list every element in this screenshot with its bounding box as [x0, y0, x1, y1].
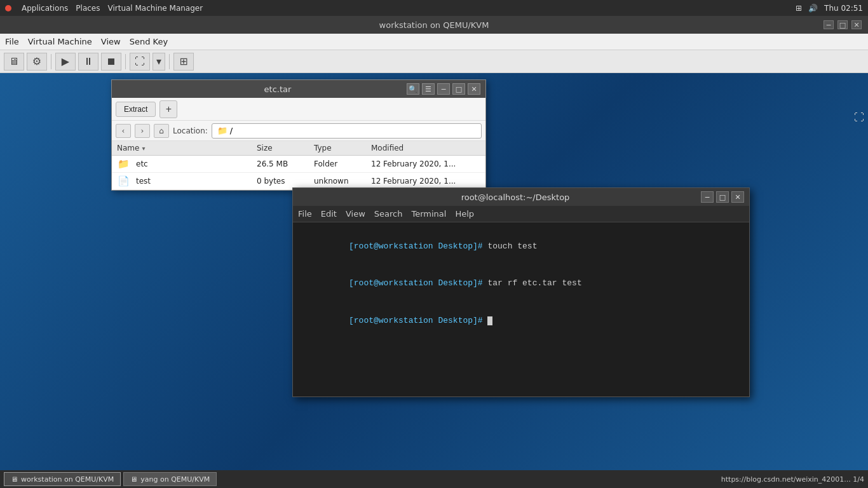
col-size-header[interactable]: Size [257, 144, 314, 152]
terminal-line-3: [root@workstation Desktop]# [299, 302, 743, 339]
terminal-menu-bar: File Edit View Search Terminal Help [293, 206, 749, 222]
col-name-header[interactable]: Name ▾ [117, 144, 257, 152]
terminal-window-controls: − □ ✕ [701, 191, 744, 203]
toolbar-fullscreen-btn[interactable]: ⛶ [130, 53, 150, 71]
archive-title-bar: etc.tar 🔍 ☰ − □ ✕ [112, 80, 485, 98]
file-modified: 12 February 2020, 1... [371, 159, 480, 168]
taskbar: 🖥 workstation on QEMU/KVM 🖥 yang on QEMU… [0, 470, 868, 488]
path-text: / [230, 126, 233, 135]
qemu-menu-file[interactable]: File [5, 37, 19, 46]
terminal-menu-terminal[interactable]: Terminal [411, 209, 446, 219]
vm-manager-menu[interactable]: Virtual Machine Manager [107, 4, 203, 13]
toolbar-separator-3 [169, 54, 170, 69]
archive-minimize-btn[interactable]: − [437, 83, 450, 95]
archive-file-list: 📁 etc 26.5 MB Folder 12 February 2020, 1… [112, 156, 485, 190]
toolbar-play-btn[interactable]: ▶ [55, 53, 76, 71]
extract-button[interactable]: Extract [116, 102, 156, 117]
qemu-close-btn[interactable]: ✕ [851, 20, 862, 29]
location-path[interactable]: 📁 / [212, 123, 482, 139]
system-bar: Applications Places Virtual Machine Mana… [0, 0, 868, 16]
terminal-content[interactable]: [root@workstation Desktop]# touch test [… [293, 222, 749, 396]
archive-search-btn[interactable]: 🔍 [407, 83, 419, 95]
qemu-minimize-btn[interactable]: − [824, 20, 834, 29]
file-size: 0 bytes [257, 177, 314, 186]
forward-button[interactable]: › [135, 124, 150, 138]
home-button[interactable]: ⌂ [154, 124, 169, 138]
archive-toolbar: Extract + [112, 98, 485, 121]
toolbar-usb-btn[interactable]: ⊞ [173, 53, 194, 71]
file-type: unknown [314, 177, 371, 186]
qemu-maximize-btn[interactable]: □ [837, 20, 848, 29]
toolbar-separator-2 [125, 54, 126, 69]
toolbar-screen-btn[interactable]: 🖥 [4, 53, 24, 71]
system-logo [5, 5, 11, 11]
archive-location-bar: ‹ › ⌂ Location: 📁 / [112, 121, 485, 141]
terminal-cursor [487, 316, 492, 325]
archive-window-controls: 🔍 ☰ − □ ✕ [407, 83, 480, 95]
qemu-desktop: etc.tar 🔍 ☰ − □ ✕ Extract + ‹ › ⌂ Locati… [0, 73, 868, 488]
back-button[interactable]: ‹ [116, 124, 131, 138]
taskbar-item-workstation[interactable]: 🖥 workstation on QEMU/KVM [4, 472, 121, 486]
taskbar-item-2-label: yang on QEMU/KVM [140, 475, 210, 484]
qemu-menu-sendkey[interactable]: Send Key [130, 37, 168, 46]
file-icon: 📄 [117, 175, 130, 187]
places-menu[interactable]: Places [76, 4, 100, 13]
terminal-line-2: [root@workstation Desktop]# tar rf etc.t… [299, 265, 743, 302]
file-modified: 12 February 2020, 1... [371, 177, 480, 186]
location-label: Location: [173, 126, 208, 135]
file-name: etc [136, 159, 148, 168]
qemu-window-title: workstation on QEMU/KVM [44, 20, 824, 30]
archive-row[interactable]: 📁 etc 26.5 MB Folder 12 February 2020, 1… [112, 156, 485, 173]
file-name: test [136, 177, 151, 186]
file-icon: 📁 [117, 158, 130, 170]
taskbar-item-yang[interactable]: 🖥 yang on QEMU/KVM [123, 472, 217, 486]
network-icon: ⊞ [796, 4, 802, 13]
archive-close-btn[interactable]: ✕ [468, 83, 480, 95]
terminal-menu-file[interactable]: File [298, 209, 312, 219]
archive-menu-btn[interactable]: ☰ [422, 83, 435, 95]
system-bar-right: ⊞ 🔊 Thu 02:51 [796, 4, 863, 13]
taskbar-item-1-icon: 🖥 [11, 475, 18, 484]
qemu-title-bar: workstation on QEMU/KVM − □ ✕ [0, 16, 868, 34]
terminal-close-btn[interactable]: ✕ [731, 191, 744, 203]
terminal-menu-edit[interactable]: Edit [321, 209, 337, 219]
toolbar-stop-btn[interactable]: ⏹ [101, 53, 121, 71]
file-size: 26.5 MB [257, 159, 314, 168]
terminal-maximize-btn[interactable]: □ [716, 191, 729, 203]
system-bar-left: Applications Places Virtual Machine Mana… [5, 4, 203, 13]
taskbar-url: https://blog.csdn.net/weixin_42001... 1/… [721, 475, 864, 484]
qemu-menu-view[interactable]: View [101, 37, 121, 46]
taskbar-item-1-label: workstation on QEMU/KVM [21, 475, 114, 484]
archive-window-title: etc.tar [149, 85, 407, 94]
archive-maximize-btn[interactable]: □ [452, 83, 465, 95]
taskbar-items: 🖥 workstation on QEMU/KVM 🖥 yang on QEMU… [4, 472, 217, 486]
toolbar-pause-btn[interactable]: ⏸ [78, 53, 98, 71]
file-type: Folder [314, 159, 371, 168]
toolbar-dropdown-btn[interactable]: ▾ [153, 53, 165, 71]
applications-menu[interactable]: Applications [22, 4, 68, 13]
fullscreen-icon[interactable]: ⛶ [854, 111, 864, 123]
qemu-menu-bar: File Virtual Machine View Send Key [0, 34, 868, 50]
qemu-menu-vm[interactable]: Virtual Machine [28, 37, 92, 46]
terminal-menu-help[interactable]: Help [455, 209, 474, 219]
sort-arrow-icon: ▾ [142, 145, 145, 152]
archive-window: etc.tar 🔍 ☰ − □ ✕ Extract + ‹ › ⌂ Locati… [111, 79, 486, 191]
toolbar-config-btn[interactable]: ⚙ [27, 53, 47, 71]
folder-icon: 📁 [217, 126, 227, 135]
terminal-minimize-btn[interactable]: − [701, 191, 714, 203]
toolbar-separator-1 [51, 54, 51, 69]
col-modified-header[interactable]: Modified [371, 144, 480, 152]
taskbar-item-2-icon: 🖥 [130, 475, 137, 484]
system-time: Thu 02:51 [824, 4, 863, 13]
qemu-toolbar: 🖥 ⚙ ▶ ⏸ ⏹ ⛶ ▾ ⊞ [0, 50, 868, 73]
terminal-title-bar: root@localhost:~/Desktop − □ ✕ [293, 188, 749, 206]
terminal-line-1: [root@workstation Desktop]# touch test [299, 227, 743, 265]
terminal-menu-view[interactable]: View [346, 209, 365, 219]
add-button[interactable]: + [159, 100, 177, 118]
terminal-window-title: root@localhost:~/Desktop [330, 193, 701, 202]
terminal-window: root@localhost:~/Desktop − □ ✕ File Edit… [292, 187, 750, 397]
col-type-header[interactable]: Type [314, 144, 371, 152]
sound-icon: 🔊 [808, 4, 818, 13]
terminal-menu-search[interactable]: Search [374, 209, 403, 219]
qemu-window-controls: − □ ✕ [824, 20, 862, 29]
